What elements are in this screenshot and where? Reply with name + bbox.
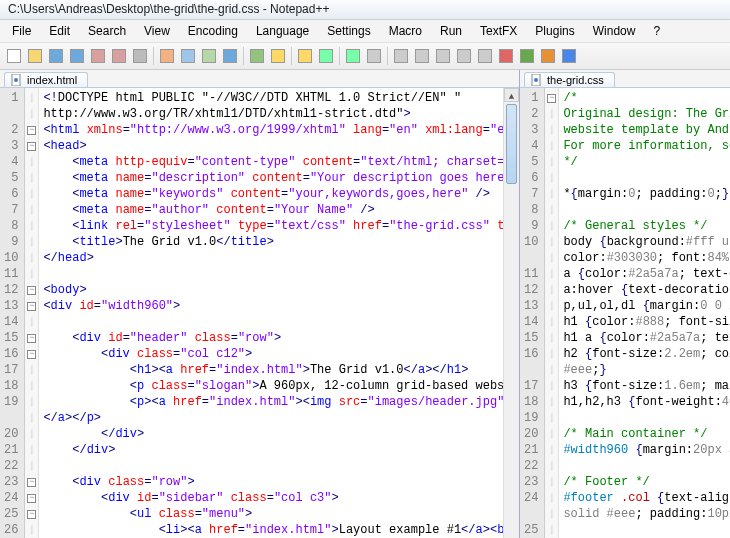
code-line[interactable]: <li><a href="index.html">Layout example … [43,522,499,538]
code-line[interactable]: <head> [43,138,499,154]
fold-margin-right[interactable]: −││││││││││││││││││││││││││││ [545,88,559,538]
menu-textfx[interactable]: TextFX [472,22,525,40]
new-button[interactable] [4,46,24,66]
code-line[interactable]: </head> [43,250,499,266]
menu-run[interactable]: Run [432,22,470,40]
code-line[interactable]: h1 {color:#888; font-size:3.2em;} [563,314,726,330]
menu-language[interactable]: Language [248,22,317,40]
undo-button[interactable] [220,46,240,66]
menu-file[interactable]: File [4,22,39,40]
cut-button[interactable] [157,46,177,66]
code-line[interactable]: h1 a {color:#2a5a7a; text-transform [563,330,726,346]
code-right[interactable]: /*Original design: The Grid (v1.0 - Sweb… [559,88,730,538]
redo-button[interactable] [247,46,267,66]
menu-settings[interactable]: Settings [319,22,378,40]
code-line[interactable]: <body> [43,282,499,298]
lang-button[interactable] [454,46,474,66]
code-line[interactable] [563,458,726,474]
code-line[interactable]: */ [563,154,726,170]
open-button[interactable] [25,46,45,66]
code-line[interactable]: <!DOCTYPE html PUBLIC "-//W3C//DTD XHTML… [43,90,499,106]
code-line[interactable]: </div> [43,426,499,442]
zoom-out-button[interactable] [343,46,363,66]
indent-button[interactable] [433,46,453,66]
fold-handle[interactable]: − [25,474,38,490]
menu-view[interactable]: View [136,22,178,40]
paste-button[interactable] [199,46,219,66]
code-line[interactable] [563,410,726,426]
fold-handle[interactable]: − [25,282,38,298]
fold-handle[interactable]: − [25,506,38,522]
code-line[interactable]: h2 {font-size:2.2em; color:#333; m [563,346,726,362]
code-line[interactable]: #footer .col {text-align:right; col [563,490,726,506]
code-line[interactable] [563,522,726,538]
code-line[interactable]: /* Main container */ [563,426,726,442]
menu-encoding[interactable]: Encoding [180,22,246,40]
code-line[interactable]: /* [563,90,726,106]
code-line[interactable]: #width960 {margin:20px auto; wi [563,442,726,458]
code-line[interactable]: <ul class="menu"> [43,506,499,522]
editor-left[interactable]: 1234567891011121314151617181920212223242… [0,88,519,538]
macro-play-button[interactable] [517,46,537,66]
chars-button[interactable] [412,46,432,66]
menu-edit[interactable]: Edit [41,22,78,40]
code-line[interactable]: /* Footer */ [563,474,726,490]
code-line[interactable]: <title>The Grid v1.0</title> [43,234,499,250]
code-line[interactable]: #eee;} [563,362,726,378]
code-left[interactable]: <!DOCTYPE html PUBLIC "-//W3C//DTD XHTML… [39,88,503,538]
tab-index-html[interactable]: index.html [4,72,88,87]
print-button[interactable] [130,46,150,66]
code-line[interactable]: <meta name="description" content="Your d… [43,170,499,186]
fold-handle[interactable]: − [25,122,38,138]
menu-window[interactable]: Window [585,22,644,40]
code-line[interactable]: color:#303030; font:84% Helvetica [563,250,726,266]
tab-the-grid-css[interactable]: the-grid.css [524,72,615,87]
scrollbar-left[interactable]: ▲ [503,88,519,538]
macro-rec-button[interactable] [496,46,516,66]
code-line[interactable]: <div id="sidebar" class="col c3"> [43,490,499,506]
menu-search[interactable]: Search [80,22,134,40]
code-line[interactable]: body {background:#fff url(images [563,234,726,250]
code-line[interactable] [563,202,726,218]
save-all-button[interactable] [67,46,87,66]
fold-handle[interactable]: − [25,346,38,362]
macro-run-button[interactable] [559,46,579,66]
code-line[interactable]: /* General styles */ [563,218,726,234]
code-line[interactable]: <div class="col c12"> [43,346,499,362]
code-line[interactable]: p,ul,ol,dl {margin:0 0 20px 0;} [563,298,726,314]
code-line[interactable] [43,314,499,330]
fold-handle[interactable]: − [25,330,38,346]
code-line[interactable]: <div id="width960"> [43,298,499,314]
code-line[interactable]: solid #eee; padding:10px 0;} [563,506,726,522]
code-line[interactable]: http://www.w3.org/TR/xhtml1/DTD/xhtml1-s… [43,106,499,122]
code-line[interactable]: a {color:#2a5a7a; text-decoration: [563,266,726,282]
code-line[interactable]: h3 {font-size:1.6em; margin:0 0 10 [563,378,726,394]
code-line[interactable]: <p class="slogan">A 960px, 12-column gri… [43,378,499,394]
code-line[interactable]: <html xmlns="http://www.w3.org/1999/xhtm… [43,122,499,138]
macro-stop-button[interactable] [538,46,558,66]
code-line[interactable]: <meta name="author" content="Your Name" … [43,202,499,218]
code-line[interactable]: </a></p> [43,410,499,426]
code-line[interactable]: <link rel="stylesheet" type="text/css" h… [43,218,499,234]
fold-handle[interactable]: − [545,90,558,106]
code-line[interactable]: *{margin:0; padding:0;} [563,186,726,202]
fold-margin-left[interactable]: ││−−││││││││−−│−−│││││││−−−││ [25,88,39,538]
replace-button[interactable] [295,46,315,66]
code-line[interactable]: <meta http-equiv="content-type" content=… [43,154,499,170]
menu-macro[interactable]: Macro [381,22,430,40]
code-line[interactable]: a:hover {text-decoration:underline [563,282,726,298]
editor-right[interactable]: 1234567891011121314151617181920212223242… [520,88,730,538]
code-line[interactable]: </div> [43,442,499,458]
code-line[interactable]: Original design: The Grid (v1.0 - S [563,106,726,122]
wrap-button[interactable] [391,46,411,66]
code-line[interactable] [43,266,499,282]
code-line[interactable]: h1,h2,h3 {font-weight:400; line-he [563,394,726,410]
code-line[interactable]: For more information, see http:// [563,138,726,154]
code-line[interactable]: <div class="row"> [43,474,499,490]
code-line[interactable]: <meta name="keywords" content="your,keyw… [43,186,499,202]
fold-handle[interactable]: − [25,298,38,314]
close-button[interactable] [88,46,108,66]
code-line[interactable] [43,458,499,474]
folder-button[interactable] [475,46,495,66]
save-button[interactable] [46,46,66,66]
